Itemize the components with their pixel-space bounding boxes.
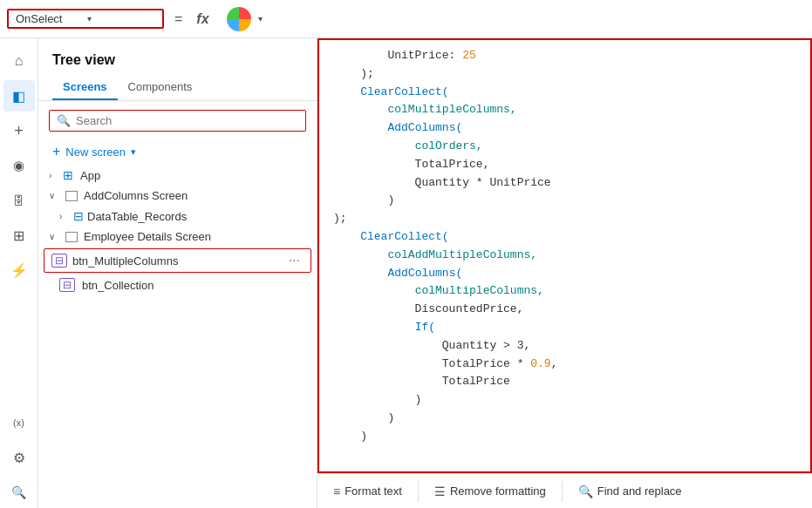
divider-2	[562, 481, 563, 502]
tab-components[interactable]: Components	[118, 75, 203, 100]
app-icon: ⊞	[63, 168, 73, 182]
search-rail-icon[interactable]: 🔍	[3, 477, 35, 508]
chevron-down-icon: ∨	[49, 191, 59, 200]
remove-formatting-icon: ☰	[434, 484, 446, 498]
grid2-icon[interactable]: ⊞	[3, 220, 35, 251]
remove-formatting-button[interactable]: ☰ Remove formatting	[426, 481, 555, 502]
btn-collection-label: btn_Collection	[82, 279, 154, 292]
remove-formatting-label: Remove formatting	[450, 484, 546, 498]
search-icon: 🔍	[57, 114, 71, 127]
code-line-5: AddColumns(	[333, 119, 796, 138]
code-line-2: );	[333, 65, 796, 84]
tab-screens[interactable]: Screens	[52, 75, 118, 100]
search-input[interactable]	[76, 114, 298, 127]
chevron-icon: ›	[49, 171, 59, 180]
code-line-16: If(	[333, 319, 796, 337]
code-line-8: Quantity * UnitPrice	[333, 174, 796, 193]
new-screen-label: New screen	[65, 146, 126, 159]
btn-multiple-label: btn_MultipleColumns	[72, 254, 178, 268]
tree-tabs: Screens Components	[38, 75, 317, 101]
code-line-11: ClearCollect(	[333, 228, 796, 247]
code-line-17: Quantity > 3,	[333, 337, 796, 356]
settings-icon[interactable]: ⚙	[3, 442, 35, 473]
code-editor[interactable]: UnitPrice: 25 ); ClearCollect( colMultip…	[317, 38, 812, 473]
tree-item-app[interactable]: › ⊞ App	[38, 165, 317, 186]
plus-icon: +	[52, 144, 60, 159]
app-label: App	[80, 169, 100, 182]
code-line-14: colMultipleColumns,	[333, 282, 796, 301]
main-area: ⌂ ◧ + ◉ 🗄 ⊞ ⚡ (x) ⚙ 🔍 Tree view Screens …	[0, 38, 812, 508]
chevron-down2-icon: ∨	[49, 232, 59, 241]
btn-multiple-icon: ⊟	[51, 254, 67, 268]
database-icon[interactable]: 🗄	[3, 185, 35, 216]
tree-item-empdetails[interactable]: ∨ Employee Details Screen	[38, 227, 317, 247]
code-line-10: );	[333, 210, 796, 228]
code-line-4: colMultipleColumns,	[333, 101, 796, 119]
editor-area: UnitPrice: 25 ); ClearCollect( colMultip…	[317, 38, 812, 508]
equals-sign: =	[171, 11, 186, 27]
code-line-7: TotalPrice,	[333, 156, 796, 174]
search-box: 🔍	[49, 110, 306, 132]
find-replace-label: Find and replace	[597, 484, 682, 498]
code-line-15: DiscountedPrice,	[333, 301, 796, 319]
palette-icon[interactable]: ◉	[3, 150, 35, 181]
code-line-6: colOrders,	[333, 138, 796, 156]
datatable-label: DataTable_Records	[87, 210, 187, 223]
code-line-18: TotalPrice * 0.9,	[333, 356, 796, 374]
format-text-label: Format text	[345, 484, 402, 498]
tree-item-btn-collection[interactable]: ⊟ btn_Collection	[38, 274, 317, 295]
screen2-icon	[65, 232, 78, 242]
code-line-22: )	[333, 428, 796, 446]
code-line-9: )	[333, 192, 796, 210]
plus-circle-icon[interactable]: +	[3, 115, 35, 146]
addcolumns-label: AddColumns Screen	[84, 189, 188, 202]
tree-items: › ⊞ App ∨ AddColumns Screen › ⊟ DataTabl…	[38, 165, 317, 508]
layers-icon[interactable]: ◧	[3, 80, 35, 112]
code-line-21: )	[333, 410, 796, 428]
top-bar: OnSelect ▾ = fx ▾	[0, 0, 812, 38]
new-screen-button[interactable]: + New screen ▾	[42, 139, 313, 165]
powerapps-logo	[227, 7, 251, 31]
formula-selector-label: OnSelect	[16, 12, 84, 25]
new-screen-chevron-icon: ▾	[131, 146, 136, 158]
bottom-bar: ≡ Format text ☰ Remove formatting 🔍 Find…	[317, 473, 812, 508]
fx-icon: fx	[193, 11, 212, 27]
table-icon: ⊟	[73, 209, 84, 223]
code-line-3: ClearCollect(	[333, 84, 796, 102]
tree-item-datatable[interactable]: › ⊟ DataTable_Records	[38, 206, 317, 227]
chevron-right-icon: ›	[59, 212, 70, 221]
context-menu-icon[interactable]: ···	[285, 253, 304, 268]
tree-panel: Tree view Screens Components 🔍 + New scr…	[38, 38, 317, 508]
screen-icon	[65, 191, 78, 201]
divider-1	[418, 481, 419, 502]
tree-view-title: Tree view	[38, 38, 317, 75]
format-text-button[interactable]: ≡ Format text	[324, 481, 411, 502]
home-icon[interactable]: ⌂	[3, 45, 35, 77]
format-text-icon: ≡	[333, 484, 340, 498]
code-line-1: UnitPrice: 25	[333, 47, 796, 65]
variable-icon[interactable]: (x)	[3, 407, 35, 438]
code-line-20: )	[333, 391, 796, 410]
logo-chevron-icon: ▾	[258, 14, 263, 24]
find-replace-icon: 🔍	[578, 484, 593, 498]
lightning-icon[interactable]: ⚡	[3, 254, 35, 286]
tree-item-btn-multiple[interactable]: ⊟ btn_MultipleColumns ···	[44, 248, 311, 273]
find-replace-button[interactable]: 🔍 Find and replace	[570, 481, 691, 502]
formula-selector[interactable]: OnSelect ▾	[7, 9, 164, 29]
code-line-12: colAddMultipleColumns,	[333, 247, 796, 265]
empdetails-label: Employee Details Screen	[84, 230, 211, 243]
code-line-13: AddColumns(	[333, 265, 796, 283]
tree-item-addcolumns[interactable]: ∨ AddColumns Screen	[38, 186, 317, 206]
btn-collection-icon: ⊟	[59, 278, 75, 292]
icon-rail: ⌂ ◧ + ◉ 🗄 ⊞ ⚡ (x) ⚙ 🔍	[0, 38, 38, 508]
chevron-down-icon: ▾	[87, 14, 155, 24]
code-line-19: TotalPrice	[333, 373, 796, 391]
